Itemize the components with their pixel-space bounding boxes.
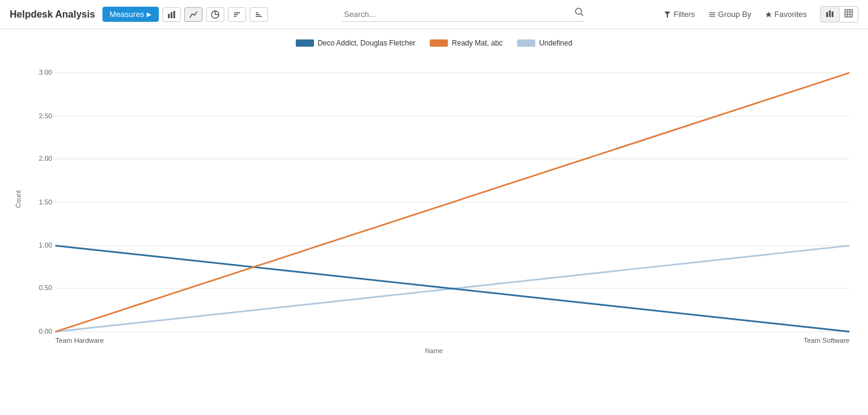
- legend-item-undefined: Undefined: [517, 39, 572, 47]
- favorites-label: Favorites: [775, 10, 807, 19]
- svg-rect-1: [170, 12, 172, 18]
- pie-chart-button[interactable]: [206, 7, 224, 22]
- search-wrap: [342, 7, 584, 22]
- filters-label: Filters: [673, 10, 695, 19]
- table-view-toggle[interactable]: [840, 7, 858, 22]
- filters-button[interactable]: Filters: [658, 7, 701, 22]
- svg-text:Team Software: Team Software: [804, 337, 850, 344]
- line-chart-svg: 0.00 0.50 1.00 1.50 2.00 2.50 3.00 Team …: [30, 53, 862, 345]
- app-title: Helpdesk Analysis: [10, 9, 95, 20]
- header: Helpdesk Analysis Measures ▶: [0, 0, 868, 29]
- svg-text:1.50: 1.50: [39, 198, 52, 205]
- bar-view-icon: [826, 9, 834, 18]
- favorites-button[interactable]: Favorites: [759, 7, 813, 22]
- bar-chart-icon: [167, 10, 176, 19]
- search-area: [275, 7, 650, 22]
- svg-rect-21: [832, 12, 833, 17]
- measures-label: Measures: [110, 10, 144, 19]
- filter-icon: [664, 11, 671, 18]
- svg-point-12: [575, 8, 581, 14]
- group-by-icon: [709, 11, 716, 18]
- search-input[interactable]: [342, 7, 584, 22]
- svg-text:2.00: 2.00: [39, 155, 52, 162]
- group-by-button[interactable]: Group By: [703, 7, 758, 22]
- bar-view-toggle[interactable]: [821, 7, 840, 22]
- legend-item-deco: Deco Addict, Douglas Fletcher: [296, 39, 415, 47]
- chart-area: Deco Addict, Douglas Fletcher Ready Mat,…: [0, 29, 868, 375]
- table-view-icon: [844, 9, 853, 18]
- line-chart-icon: [189, 10, 198, 19]
- svg-text:0.00: 0.00: [39, 328, 52, 335]
- line-chart-button[interactable]: [184, 7, 202, 22]
- measures-arrow-icon: ▶: [147, 11, 152, 18]
- legend-color-deco: [296, 39, 314, 47]
- toolbar-right: Filters Group By Favorites: [658, 6, 858, 22]
- asc-sort-icon: [233, 10, 241, 19]
- legend-color-undefined: [517, 39, 535, 47]
- svg-marker-14: [664, 12, 670, 18]
- svg-text:0.50: 0.50: [39, 284, 52, 291]
- svg-text:Team Hardware: Team Hardware: [55, 337, 104, 344]
- svg-text:1.00: 1.00: [39, 241, 52, 249]
- legend-color-ready: [430, 39, 448, 47]
- group-by-label: Group By: [718, 10, 752, 19]
- legend-label-deco: Deco Addict, Douglas Fletcher: [318, 39, 415, 47]
- legend-label-undefined: Undefined: [539, 39, 572, 47]
- svg-rect-19: [826, 12, 828, 17]
- svg-marker-18: [766, 12, 772, 18]
- desc-sort-button[interactable]: [250, 7, 268, 22]
- search-icon-button[interactable]: [575, 7, 584, 19]
- svg-rect-0: [168, 14, 170, 18]
- toolbar-left: Measures ▶: [102, 7, 268, 22]
- svg-text:2.50: 2.50: [39, 112, 52, 120]
- chart-legend: Deco Addict, Douglas Fletcher Ready Mat,…: [0, 35, 868, 53]
- y-axis-label: Count: [15, 190, 22, 208]
- svg-line-13: [581, 13, 583, 16]
- x-axis-label: Name: [0, 345, 868, 354]
- view-toggles: [820, 6, 858, 22]
- bar-chart-button[interactable]: [162, 7, 181, 22]
- search-icon: [575, 7, 584, 17]
- favorites-icon: [765, 11, 772, 18]
- measures-button[interactable]: Measures ▶: [102, 7, 159, 22]
- asc-sort-button[interactable]: [228, 7, 246, 22]
- svg-rect-20: [829, 10, 831, 17]
- desc-sort-icon: [255, 10, 263, 19]
- pie-chart-icon: [211, 10, 219, 19]
- legend-item-ready: Ready Mat, abc: [430, 39, 502, 47]
- svg-rect-22: [845, 10, 852, 17]
- legend-label-ready: Ready Mat, abc: [452, 39, 502, 47]
- svg-text:3.00: 3.00: [39, 69, 52, 76]
- svg-rect-2: [173, 11, 175, 18]
